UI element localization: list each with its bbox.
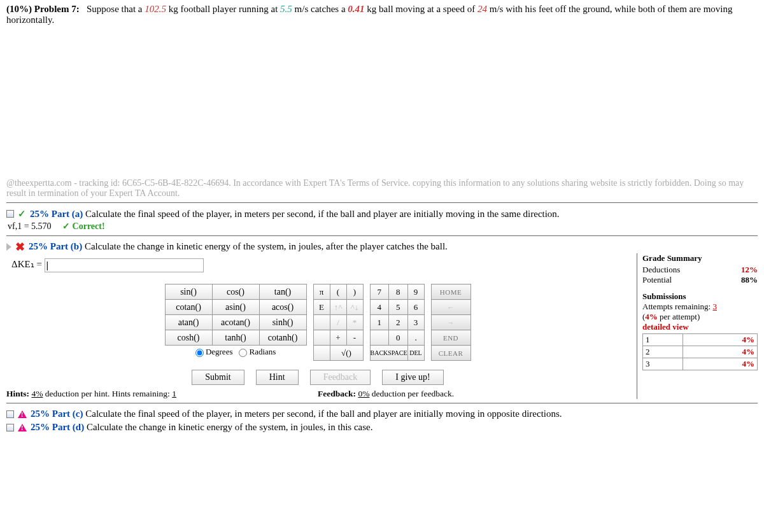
submit-button[interactable]: Submit bbox=[192, 370, 244, 385]
separator bbox=[6, 403, 758, 403]
rad-label: Radians bbox=[249, 347, 276, 356]
key-plus[interactable]: + bbox=[330, 330, 346, 346]
key-acos[interactable]: acos() bbox=[259, 300, 306, 315]
hints-feedback-row: Hints: 4% deduction per hint. Hints rema… bbox=[6, 389, 629, 399]
collapse-icon[interactable] bbox=[6, 424, 14, 431]
key-1[interactable]: 1 bbox=[370, 315, 389, 330]
key-left[interactable]: ← bbox=[431, 300, 470, 315]
key-4[interactable]: 4 bbox=[370, 300, 389, 315]
hints-pct: 4% bbox=[31, 389, 43, 398]
mass-ball: 0.41 bbox=[348, 4, 364, 14]
hint-button[interactable]: Hint bbox=[256, 370, 299, 385]
submissions-title: Submissions bbox=[642, 291, 758, 302]
warn-icon bbox=[18, 424, 27, 431]
key-2[interactable]: 2 bbox=[389, 315, 408, 330]
att-n: 3 bbox=[712, 302, 717, 311]
key-dot[interactable]: . bbox=[407, 330, 424, 346]
potential-label: Potential bbox=[642, 275, 723, 285]
key-cotan[interactable]: cotan() bbox=[165, 300, 212, 315]
problem-text: Suppose that a 102.5 kg football player … bbox=[6, 4, 733, 25]
key-sqrt[interactable]: √() bbox=[330, 346, 363, 361]
fb-pre: Feedback: bbox=[318, 389, 358, 398]
t0: Suppose that a bbox=[87, 4, 145, 14]
problem-header: (10%) Problem 7: Suppose that a 102.5 kg… bbox=[6, 4, 758, 25]
key-div[interactable]: / bbox=[330, 315, 346, 330]
eq-lhs: ΔKE₁ = bbox=[11, 259, 45, 269]
key-mul[interactable]: * bbox=[346, 315, 363, 330]
key-5[interactable]: 5 bbox=[389, 300, 408, 315]
key-clear[interactable]: CLEAR bbox=[431, 346, 470, 361]
at1-p: 4% bbox=[683, 334, 758, 346]
mass-player: 102.5 bbox=[145, 4, 166, 14]
key-6[interactable]: 6 bbox=[407, 300, 424, 315]
func-grid: sin()cos()tan() cotan()asin()acos() atan… bbox=[165, 284, 307, 346]
detailed-view-link[interactable]: detailed view bbox=[642, 322, 758, 332]
hints-mid: deduction per hint. Hints remaining: bbox=[43, 389, 172, 398]
key-lparen[interactable]: ( bbox=[330, 284, 346, 300]
collapse-icon[interactable] bbox=[6, 210, 14, 218]
key-sub[interactable]: ^↓ bbox=[346, 300, 363, 315]
key-sin[interactable]: sin() bbox=[165, 284, 212, 300]
key-tan[interactable]: tan() bbox=[259, 284, 306, 300]
key-e[interactable]: E bbox=[313, 300, 330, 315]
key-del[interactable]: DEL bbox=[407, 346, 424, 361]
action-row: Submit Hint Feedback I give up! bbox=[6, 370, 629, 385]
key-minus[interactable]: - bbox=[346, 330, 363, 346]
speed-ball: 24 bbox=[478, 4, 487, 14]
separator bbox=[6, 202, 758, 203]
attempts-table: 14% 24% 34% bbox=[642, 333, 758, 370]
feedback-button[interactable]: Feedback bbox=[310, 370, 371, 385]
part-c-row: 25% Part (c) Calculate the final speed o… bbox=[6, 407, 758, 421]
key-backspace[interactable]: BACKSPACE bbox=[370, 346, 407, 361]
expand-icon[interactable] bbox=[6, 243, 11, 251]
at1-n: 1 bbox=[643, 334, 683, 346]
operator-grid: π() E↑^^↓ /* +- √() bbox=[313, 284, 364, 361]
key-home[interactable]: HOME bbox=[431, 284, 470, 300]
key-cotanh[interactable]: cotanh() bbox=[259, 330, 306, 346]
key-7[interactable]: 7 bbox=[370, 284, 389, 300]
part-b-text: Calculate the change in kinetic energy o… bbox=[82, 241, 448, 251]
problem-percent: (10%) bbox=[6, 4, 32, 14]
key-sinh[interactable]: sinh() bbox=[259, 315, 306, 330]
collapse-icon[interactable] bbox=[6, 410, 14, 418]
part-a-answer: vf,1 = 5.570 ✓ Correct! bbox=[8, 221, 758, 232]
key-right[interactable]: → bbox=[431, 315, 470, 330]
key-acotan[interactable]: acotan() bbox=[212, 315, 259, 330]
part-a-value: vf,1 = 5.570 bbox=[8, 221, 52, 231]
key-blank2 bbox=[313, 330, 330, 346]
key-9[interactable]: 9 bbox=[407, 284, 424, 300]
key-sup[interactable]: ↑^ bbox=[330, 300, 346, 315]
fb-post: deduction per feedback. bbox=[369, 389, 454, 398]
key-end[interactable]: END bbox=[431, 330, 470, 346]
key-rparen[interactable]: ) bbox=[346, 284, 363, 300]
key-cos[interactable]: cos() bbox=[212, 284, 259, 300]
number-grid: 789 456 123 0. BACKSPACEDEL bbox=[370, 284, 425, 361]
warn-icon bbox=[18, 410, 27, 418]
part-b-row: ✖ 25% Part (b) Calculate the change in k… bbox=[6, 240, 758, 253]
grade-panel: Grade Summary Deductions12% Potential88%… bbox=[637, 253, 758, 399]
degrees-option[interactable]: Degrees bbox=[195, 347, 233, 356]
key-tanh[interactable]: tanh() bbox=[212, 330, 259, 346]
hints-remaining: 1 bbox=[172, 389, 176, 398]
problem-label: Problem 7: bbox=[34, 4, 80, 14]
answer-input[interactable] bbox=[45, 258, 204, 272]
key-8[interactable]: 8 bbox=[389, 284, 408, 300]
key-0[interactable]: 0 bbox=[389, 330, 408, 346]
t1: kg football player running at bbox=[166, 4, 280, 14]
giveup-button[interactable]: I give up! bbox=[382, 370, 443, 385]
check-icon: ✓ bbox=[18, 208, 26, 220]
part-c-title: 25% Part (c) bbox=[31, 409, 83, 419]
at2-p: 4% bbox=[683, 346, 758, 358]
key-pi[interactable]: π bbox=[313, 284, 330, 300]
at2-n: 2 bbox=[643, 346, 683, 358]
part-d-text: Calculate the change in kinetic energy o… bbox=[84, 422, 372, 432]
key-asin[interactable]: asin() bbox=[212, 300, 259, 315]
key-cosh[interactable]: cosh() bbox=[165, 330, 212, 346]
att-pre: Attempts remaining: bbox=[642, 302, 712, 311]
key-atan[interactable]: atan() bbox=[165, 315, 212, 330]
key-3[interactable]: 3 bbox=[407, 315, 424, 330]
radians-option[interactable]: Radians bbox=[239, 347, 276, 356]
potential-value: 88% bbox=[723, 275, 758, 285]
correct-label: ✓ Correct! bbox=[62, 221, 105, 231]
key-nblank bbox=[370, 330, 389, 346]
